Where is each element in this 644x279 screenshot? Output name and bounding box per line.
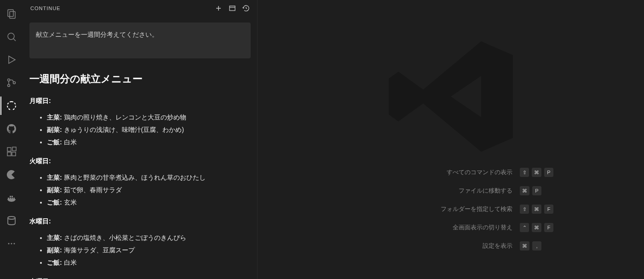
svg-point-12 bbox=[11, 243, 12, 245]
shortcut-label: ファイルに移動する bbox=[322, 187, 520, 195]
key: , bbox=[532, 241, 541, 251]
meal-text: 鶏肉の照り焼き、レンコンと大豆の炒め物 bbox=[62, 114, 186, 121]
svg-point-11 bbox=[8, 243, 10, 245]
shortcut-row: 設定を表示⌘, bbox=[322, 241, 580, 251]
svg-point-2 bbox=[8, 33, 14, 40]
meal-label: 主菜: bbox=[47, 234, 62, 241]
response-title: 一週間分の献立メニュー bbox=[29, 72, 251, 86]
user-prompt-text: 献立メニューを一週間分考えてください。 bbox=[36, 31, 158, 38]
shortcut-row: 全画面表示の切り替え⌃⌘F bbox=[322, 223, 580, 232]
database-icon[interactable] bbox=[0, 211, 23, 230]
svg-rect-7 bbox=[7, 152, 11, 156]
meal-item: 副菜: 海藻サラダ、豆腐スープ bbox=[47, 245, 251, 255]
svg-rect-6 bbox=[7, 148, 11, 151]
key: ⌘ bbox=[520, 241, 529, 251]
extensions-icon[interactable] bbox=[0, 142, 23, 161]
meal-label: 副菜: bbox=[47, 126, 62, 133]
meal-text: 白米 bbox=[62, 259, 77, 266]
svg-rect-8 bbox=[12, 152, 16, 156]
meal-label: 主菜: bbox=[47, 114, 62, 121]
svg-rect-14 bbox=[230, 6, 235, 11]
github-icon[interactable] bbox=[0, 120, 23, 138]
meal-item: 主菜: さばの塩焼き、小松菜とごぼうのきんぴら bbox=[47, 233, 251, 243]
key: ⌘ bbox=[532, 205, 541, 214]
shortcut-label: フォルダーを指定して検索 bbox=[322, 205, 520, 213]
meal-list: 主菜: さばの塩焼き、小松菜とごぼうのきんぴら副菜: 海藻サラダ、豆腐スープご飯… bbox=[29, 233, 251, 268]
meal-text: 玄米 bbox=[62, 199, 77, 206]
svg-point-3 bbox=[8, 79, 10, 81]
meal-item: 副菜: きゅうりの浅漬け、味噌汁(豆腐、わかめ) bbox=[47, 125, 251, 135]
meal-item: ご飯: 玄米 bbox=[47, 198, 251, 207]
key: ⇧ bbox=[520, 205, 529, 214]
key: ⌘ bbox=[532, 223, 541, 232]
svg-point-10 bbox=[8, 216, 15, 219]
search-icon[interactable] bbox=[0, 28, 23, 46]
shortcut-label: 全画面表示の切り替え bbox=[322, 223, 520, 232]
key: F bbox=[544, 205, 553, 214]
meal-item: 副菜: 茹で卵、春雨サラダ bbox=[47, 185, 251, 195]
key: ⌘ bbox=[520, 186, 529, 195]
meal-text: 海藻サラダ、豆腐スープ bbox=[62, 246, 135, 254]
key: F bbox=[544, 223, 553, 232]
editor-area: すべてのコマンドの表示⇧⌘Pファイルに移動する⌘Pフォルダーを指定して検索⇧⌘F… bbox=[258, 0, 644, 279]
day-title: 水曜日: bbox=[29, 217, 251, 226]
meal-label: 副菜: bbox=[47, 186, 62, 194]
shortcut-keys: ⌘P bbox=[520, 186, 580, 195]
pacman-icon[interactable] bbox=[0, 165, 23, 184]
history-icon[interactable] bbox=[242, 5, 250, 12]
panel-header: CONTINUE bbox=[23, 0, 257, 16]
panel-body[interactable]: 献立メニューを一週間分考えてください。 一週間分の献立メニュー 月曜日:主菜: … bbox=[23, 16, 257, 279]
day-title: 月曜日: bbox=[29, 97, 251, 105]
shortcut-label: 設定を表示 bbox=[322, 242, 520, 250]
meal-text: 白米 bbox=[62, 138, 77, 146]
meal-text: 豚肉と野菜の甘辛煮込み、ほうれん草のおひたし bbox=[62, 174, 206, 181]
source-control-icon[interactable] bbox=[0, 74, 23, 92]
new-chat-icon[interactable] bbox=[215, 5, 222, 12]
run-debug-icon[interactable] bbox=[0, 51, 23, 69]
svg-rect-0 bbox=[8, 10, 13, 17]
key: ⌃ bbox=[520, 223, 529, 232]
meal-text: きゅうりの浅漬け、味噌汁(豆腐、わかめ) bbox=[62, 126, 184, 133]
svg-point-5 bbox=[13, 82, 16, 84]
meal-item: ご飯: 白米 bbox=[47, 137, 251, 147]
shortcut-row: ファイルに移動する⌘P bbox=[322, 186, 580, 195]
meal-label: 副菜: bbox=[47, 246, 62, 254]
shortcut-keys: ⌘, bbox=[520, 241, 580, 251]
meal-item: 主菜: 鶏肉の照り焼き、レンコンと大豆の炒め物 bbox=[47, 113, 251, 122]
meal-list: 主菜: 鶏肉の照り焼き、レンコンと大豆の炒め物副菜: きゅうりの浅漬け、味噌汁(… bbox=[29, 113, 251, 147]
shortcut-row: フォルダーを指定して検索⇧⌘F bbox=[322, 205, 580, 214]
panel-actions bbox=[215, 5, 250, 12]
welcome-shortcuts: すべてのコマンドの表示⇧⌘Pファイルに移動する⌘Pフォルダーを指定して検索⇧⌘F… bbox=[258, 168, 644, 251]
meal-item: 主菜: 豚肉と野菜の甘辛煮込み、ほうれん草のおひたし bbox=[47, 173, 251, 182]
explorer-icon[interactable] bbox=[0, 5, 23, 23]
activity-bar bbox=[0, 0, 23, 279]
assistant-response: 一週間分の献立メニュー 月曜日:主菜: 鶏肉の照り焼き、レンコンと大豆の炒め物副… bbox=[29, 72, 251, 279]
meal-text: 茹で卵、春雨サラダ bbox=[62, 186, 122, 194]
meal-item: ご飯: 白米 bbox=[47, 258, 251, 268]
fullscreen-icon[interactable] bbox=[229, 5, 236, 12]
panel-title: CONTINUE bbox=[30, 6, 60, 11]
meal-list: 主菜: 豚肉と野菜の甘辛煮込み、ほうれん草のおひたし副菜: 茹で卵、春雨サラダご… bbox=[29, 173, 251, 207]
meal-label: ご飯: bbox=[47, 259, 62, 266]
day-title: 火曜日: bbox=[29, 157, 251, 165]
continue-icon[interactable] bbox=[0, 97, 23, 115]
meal-label: ご飯: bbox=[47, 138, 62, 146]
key: ⌘ bbox=[532, 168, 541, 177]
meal-text: さばの塩焼き、小松菜とごぼうのきんぴら bbox=[62, 234, 186, 241]
user-prompt-box[interactable]: 献立メニューを一週間分考えてください。 bbox=[29, 23, 251, 58]
svg-rect-1 bbox=[10, 11, 15, 18]
svg-point-4 bbox=[8, 85, 10, 87]
docker-icon[interactable] bbox=[0, 188, 23, 207]
key: P bbox=[544, 168, 553, 177]
meal-label: 主菜: bbox=[47, 174, 62, 181]
continue-panel: CONTINUE 献立メニューを一週間分考えてください。 一週間分の献立メニュー… bbox=[23, 0, 258, 279]
more-icon[interactable] bbox=[0, 234, 23, 253]
svg-point-13 bbox=[14, 243, 15, 245]
svg-rect-9 bbox=[12, 147, 16, 151]
meal-label: ご飯: bbox=[47, 199, 62, 206]
vscode-watermark-icon bbox=[382, 28, 520, 167]
shortcut-keys: ⌃⌘F bbox=[520, 223, 580, 232]
shortcut-row: すべてのコマンドの表示⇧⌘P bbox=[322, 168, 580, 177]
key: ⇧ bbox=[520, 168, 529, 177]
key: P bbox=[532, 186, 541, 195]
